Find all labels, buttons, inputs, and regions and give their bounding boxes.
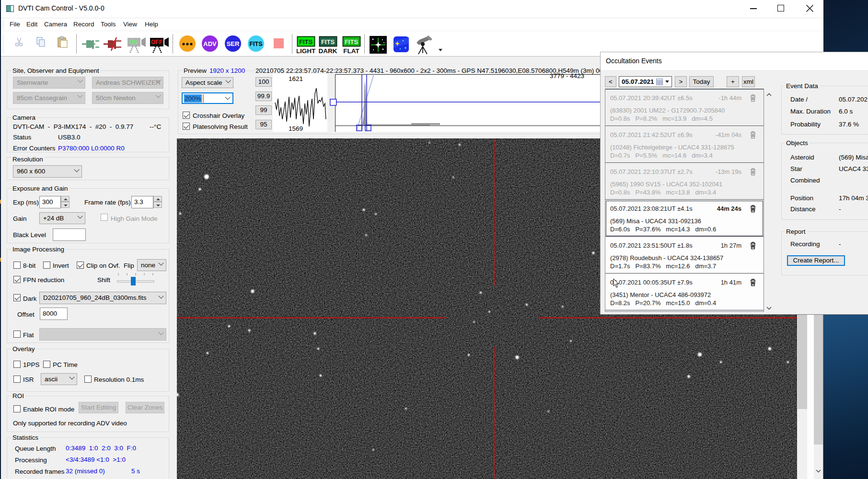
svg-text:FITS: FITS: [249, 41, 262, 47]
svg-text:ON: ON: [129, 39, 138, 46]
svg-text:SER: SER: [227, 40, 240, 47]
svg-text:FITS: FITS: [321, 38, 335, 46]
svg-text:DARK: DARK: [319, 47, 337, 54]
svg-text:FLAT: FLAT: [343, 47, 359, 54]
svg-text:ADV: ADV: [203, 40, 217, 47]
svg-text:LIGHT: LIGHT: [297, 47, 316, 54]
svg-text:OFF: OFF: [151, 39, 162, 46]
svg-text:FITS: FITS: [345, 38, 358, 46]
svg-text:FITS: FITS: [299, 38, 312, 46]
